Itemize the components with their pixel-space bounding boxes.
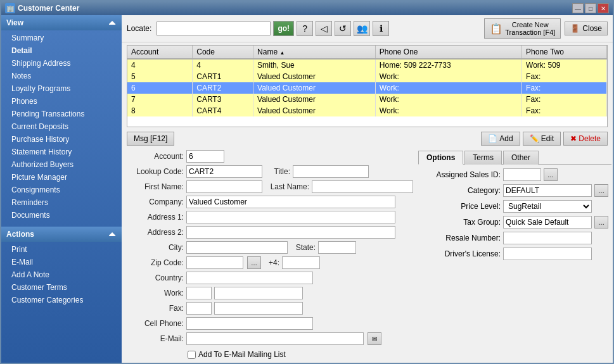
category-lookup[interactable]: … xyxy=(594,184,608,197)
info-button[interactable]: ℹ xyxy=(373,21,389,36)
minimize-button[interactable]: — xyxy=(572,3,584,13)
address1-input[interactable] xyxy=(186,211,395,223)
assigned-sales-input[interactable] xyxy=(503,168,541,181)
sidebar-item-shipping[interactable]: Shipping Address xyxy=(1,57,122,70)
col-phone-one[interactable]: Phone One xyxy=(375,46,521,59)
refresh-button[interactable]: ↺ xyxy=(335,21,351,36)
help-button[interactable]: ? xyxy=(297,21,313,36)
cell-phone-one: Work: xyxy=(375,94,521,105)
email-mailing-checkbox[interactable] xyxy=(188,351,196,359)
sidebar-view-label: View xyxy=(6,18,23,27)
cell-phone-two: Fax: xyxy=(522,71,607,82)
resale-input[interactable] xyxy=(503,232,592,244)
work-num-input[interactable] xyxy=(214,287,303,299)
sidebar-item-statement-history[interactable]: Statement History xyxy=(1,146,122,158)
cell-row: Cell Phone: xyxy=(127,317,413,330)
create-new-transaction-button[interactable]: 📋 Create New Transaction [F4] xyxy=(484,18,561,39)
zip4-label: +4: xyxy=(264,258,279,267)
price-level-select[interactable]: SugRetail xyxy=(503,200,592,213)
state-input[interactable] xyxy=(318,241,356,254)
cell-code: 4 xyxy=(193,59,253,71)
sidebar-item-picture-manager[interactable]: Picture Manager xyxy=(1,171,122,184)
tax-group-input[interactable] xyxy=(503,216,592,229)
drivers-license-input[interactable] xyxy=(503,248,592,260)
assigned-sales-lookup[interactable]: … xyxy=(544,168,558,181)
table-row[interactable]: 4 4 Smith, Sue Home: 509 222-7733 Work: … xyxy=(127,59,607,71)
zip-lookup-button[interactable]: … xyxy=(247,256,261,269)
table-row[interactable]: 8 CART4 Valued Customer Work: Fax: xyxy=(127,105,607,116)
category-input[interactable] xyxy=(503,184,592,197)
table-row-selected[interactable]: 6 CART2 Valued Customer Work: Fax: xyxy=(127,82,607,94)
sidebar-actions-header[interactable]: Actions ⏶ xyxy=(1,227,122,242)
cell-account: 6 xyxy=(127,82,193,94)
account-input[interactable] xyxy=(186,150,224,163)
sidebar-item-authorized-buyers[interactable]: Authorized Buyers xyxy=(1,158,122,171)
last-name-input[interactable] xyxy=(312,180,413,193)
maximize-button[interactable]: □ xyxy=(585,3,596,13)
sidebar-item-deposits[interactable]: Current Deposits xyxy=(1,120,122,133)
city-input[interactable] xyxy=(186,241,288,254)
title-input[interactable] xyxy=(293,165,369,178)
sidebar-item-loyalty[interactable]: Loyalty Programs xyxy=(1,82,122,95)
edit-button[interactable]: ✏️ Edit xyxy=(523,132,561,146)
sidebar-item-summary[interactable]: Summary xyxy=(1,32,122,44)
email-send-button[interactable]: ✉ xyxy=(368,332,381,345)
fax-num-input[interactable] xyxy=(214,302,303,315)
sidebar-item-email[interactable]: E-Mail xyxy=(1,256,122,268)
sidebar-view-items: Summary Detail Shipping Address Notes Lo… xyxy=(1,30,122,223)
add-button[interactable]: 📄 Add xyxy=(481,132,520,146)
search-button[interactable]: 👥 xyxy=(354,21,370,36)
sidebar: View ⏶ Summary Detail Shipping Address N… xyxy=(1,15,122,363)
table-row[interactable]: 5 CART1 Valued Customer Work: Fax: xyxy=(127,71,607,82)
zip4-input[interactable] xyxy=(282,256,320,269)
back-button[interactable]: ◁ xyxy=(316,21,332,36)
zip-input[interactable] xyxy=(186,256,243,269)
table-row[interactable]: 7 CART3 Valued Customer Work: Fax: xyxy=(127,94,607,105)
go-button[interactable]: go! xyxy=(273,21,294,36)
tax-group-lookup[interactable]: … xyxy=(594,216,608,229)
window-title: Customer Center xyxy=(18,4,79,13)
country-input[interactable] xyxy=(186,272,313,284)
sidebar-item-detail[interactable]: Detail xyxy=(1,44,122,57)
sidebar-item-reminders[interactable]: Reminders xyxy=(1,196,122,209)
close-button[interactable]: 🚪 Close xyxy=(565,22,608,35)
fax-row: Fax: xyxy=(127,302,413,315)
company-input[interactable] xyxy=(186,196,395,208)
tab-other[interactable]: Other xyxy=(503,151,539,165)
delete-button[interactable]: ✖ Delete xyxy=(563,132,608,146)
sidebar-item-print[interactable]: Print xyxy=(1,243,122,256)
col-name[interactable]: Name ▲ xyxy=(253,46,376,59)
window-close-button[interactable]: ✕ xyxy=(598,3,609,13)
cell-code: CART4 xyxy=(193,105,253,116)
col-phone-two[interactable]: Phone Two xyxy=(522,46,607,59)
sidebar-item-customer-categories[interactable]: Customer Categories xyxy=(1,294,122,306)
tab-terms[interactable]: Terms xyxy=(464,151,502,165)
msg-button[interactable]: Msg [F12] xyxy=(127,132,174,146)
sidebar-item-documents[interactable]: Documents xyxy=(1,209,122,222)
locate-input[interactable] xyxy=(157,22,271,35)
sidebar-item-purchase-history[interactable]: Purchase History xyxy=(1,133,122,146)
sidebar-item-pending[interactable]: Pending Transactions xyxy=(1,108,122,120)
cell-phone-two: Work: 509 xyxy=(522,59,607,71)
col-account[interactable]: Account xyxy=(127,46,193,59)
sidebar-item-add-note[interactable]: Add A Note xyxy=(1,268,122,281)
first-name-input[interactable] xyxy=(186,180,262,193)
sidebar-item-consignments[interactable]: Consignments xyxy=(1,184,122,196)
lookup-code-input[interactable] xyxy=(186,165,262,178)
sidebar-view-header[interactable]: View ⏶ xyxy=(1,15,122,30)
action-bar: Msg [F12] 📄 Add ✏️ Edit ✖ Delete xyxy=(122,130,613,147)
locate-label: Locate: xyxy=(127,24,151,33)
sidebar-item-customer-terms[interactable]: Customer Terms xyxy=(1,281,122,294)
city-row: City: State: xyxy=(127,241,413,254)
col-code[interactable]: Code xyxy=(193,46,253,59)
tab-options[interactable]: Options xyxy=(418,151,463,165)
email-input[interactable] xyxy=(186,332,364,345)
fax-area-input[interactable] xyxy=(186,302,212,315)
sidebar-item-phones[interactable]: Phones xyxy=(1,95,122,108)
sidebar-item-notes[interactable]: Notes xyxy=(1,70,122,82)
cell-input[interactable] xyxy=(186,317,313,330)
work-area-input[interactable] xyxy=(186,287,212,299)
assigned-sales-label: Assigned Sales ID: xyxy=(418,170,501,179)
form-left: Account: Lookup Code: Title: First Name:… xyxy=(127,150,413,360)
address2-input[interactable] xyxy=(186,226,395,239)
